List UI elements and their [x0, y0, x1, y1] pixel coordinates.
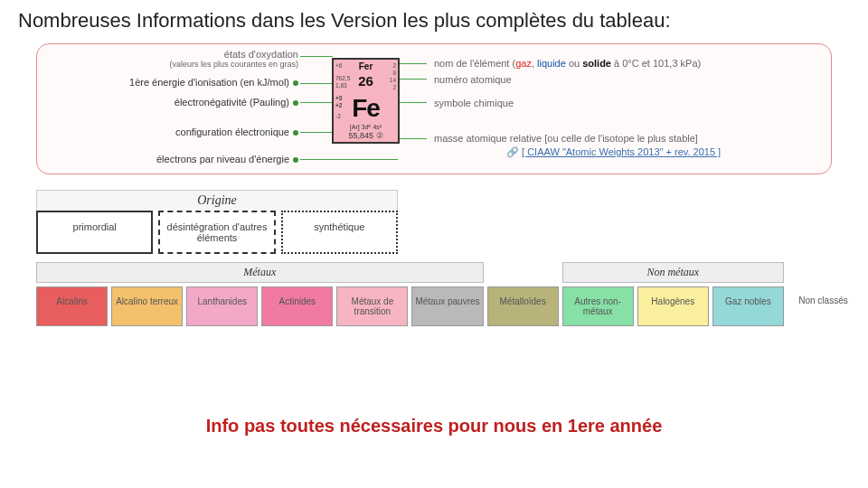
spacer [788, 262, 859, 283]
footer-note: Info pas toutes nécessaires pour nous en… [0, 416, 868, 436]
origine-section: Origine primordial désintégration d'autr… [36, 190, 398, 254]
label-symbol: symbole chimique [434, 98, 514, 108]
element-tile: Fer 26 Fe [Ar] 3d⁶ 4s² 55,845 ② +6 762,5… [332, 58, 400, 144]
label-oxidation: états d'oxydation (valeurs les plus cour… [36, 49, 298, 69]
arrow-line [400, 102, 427, 103]
label-ref: 🔗 [ CIAAW "Atomic Weights 2013" + rev. 2… [506, 146, 721, 158]
tile-right-annotations: 2 8 14 2 [390, 62, 396, 91]
arrow-line [300, 83, 333, 84]
label-config: configuration électronique [36, 127, 298, 137]
spacer [487, 262, 559, 283]
label-ionization: 1ère énergie d'ionisation (en kJ/mol) [36, 77, 298, 88]
category-box: Alcalino terreux [111, 286, 183, 326]
arrow-line [300, 102, 333, 103]
header-metals: Métaux [36, 262, 484, 283]
page-title: Nombreuses Informations dans les Version… [18, 9, 671, 33]
label-name: nom de l'élément (gaz, liquide ou solide… [434, 58, 701, 69]
origine-decay: désintégration d'autres éléments [158, 211, 275, 254]
label-electroneg: électronégativité (Pauling) [36, 97, 298, 108]
category-box: Autres non-métaux [562, 286, 634, 326]
category-box: Alcalins [36, 286, 108, 326]
tile-config: [Ar] 3d⁶ 4s² [334, 124, 398, 131]
dot-icon [293, 157, 298, 163]
tile-left-annotations: +6 762,5 1,83 +3 +2 -2 [335, 62, 350, 120]
category-box: Actinides [261, 286, 333, 326]
arrow-line [400, 63, 427, 64]
label-oxidation-text: états d'oxydation [36, 49, 298, 60]
arrow-line [300, 132, 333, 133]
category-box: Métaux de transition [336, 286, 408, 326]
arrow-line [300, 56, 333, 57]
origine-primordial: primordial [36, 211, 153, 254]
origine-header: Origine [36, 190, 398, 211]
dot-icon [293, 100, 298, 106]
categories-section: Métaux Non métaux AlcalinsAlcalino terre… [36, 262, 859, 326]
arrow-line [400, 79, 427, 80]
header-nonmetals: Non métaux [562, 262, 784, 283]
category-box: Métaux pauvres [411, 286, 483, 326]
label-atomic-num: numéro atomique [434, 74, 512, 85]
tile-mass: 55,845 ② [334, 131, 398, 140]
category-box: Non classés [788, 286, 859, 326]
label-oxidation-sub: (valeurs les plus courantes en gras) [36, 60, 298, 69]
arrow-line [300, 159, 398, 160]
category-box: Gaz nobles [712, 286, 784, 326]
dot-icon [293, 80, 298, 86]
label-shells: électrons par niveau d'énergie [36, 154, 298, 164]
category-box: Halogènes [637, 286, 709, 326]
category-box: Métalloïdes [487, 286, 559, 326]
arrow-line [400, 138, 427, 139]
dot-icon [293, 130, 298, 136]
category-box: Lanthanides [186, 286, 258, 326]
link-icon: 🔗 [506, 146, 522, 157]
label-mass: masse atomique relative [ou celle de l'i… [434, 133, 698, 144]
origine-synth: synthétique [281, 211, 398, 254]
